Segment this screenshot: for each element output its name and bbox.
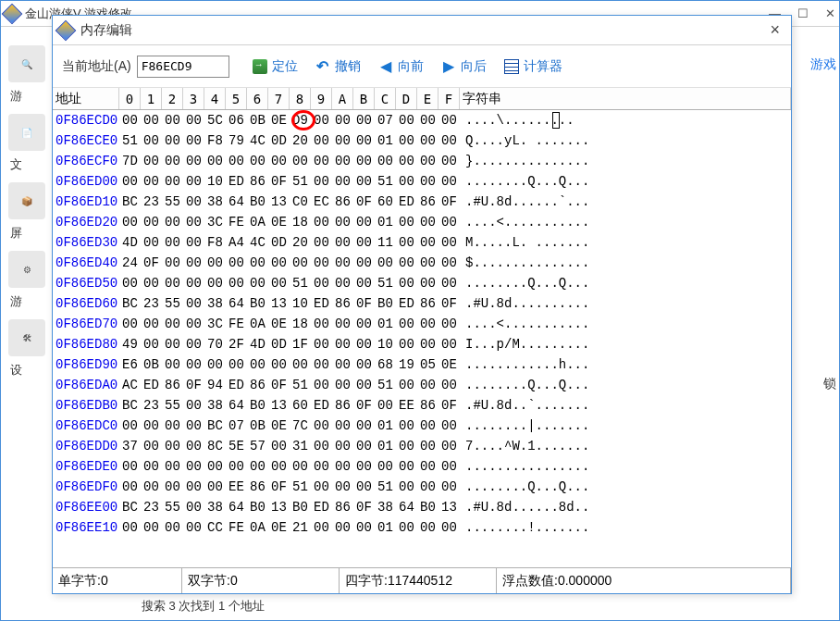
row-ascii[interactable]: ........!....... <box>460 517 791 538</box>
hex-byte[interactable]: 11 <box>375 232 396 253</box>
sidebar-item-4[interactable]: ⚙ <box>8 251 45 288</box>
hex-byte[interactable]: 00 <box>311 232 332 253</box>
hex-byte[interactable]: 00 <box>311 375 332 395</box>
hex-byte[interactable]: 00 <box>417 375 439 395</box>
hex-byte[interactable]: 5E <box>226 436 247 456</box>
hex-row[interactable]: 0F86EE00BC2355003864B013B0ED860F3864B013… <box>53 497 791 517</box>
hex-byte[interactable]: 0F <box>141 253 162 273</box>
hex-byte[interactable]: 0A <box>247 314 268 334</box>
row-ascii[interactable]: .#U.8d......8d.. <box>460 497 791 517</box>
hex-byte[interactable]: 00 <box>332 375 353 395</box>
header-byte-8[interactable]: 8 <box>290 88 311 109</box>
hex-byte[interactable]: 00 <box>141 130 162 151</box>
hex-byte[interactable]: 51 <box>375 477 396 497</box>
hex-byte[interactable]: 18 <box>290 314 311 334</box>
hex-byte[interactable]: 0B <box>247 110 268 130</box>
header-ascii[interactable]: 字符串 <box>460 88 791 109</box>
hex-byte[interactable]: 00 <box>332 273 353 293</box>
hex-byte[interactable]: 00 <box>183 212 204 232</box>
hex-byte[interactable]: 00 <box>375 395 396 416</box>
hex-byte[interactable]: 00 <box>396 130 417 151</box>
hex-byte[interactable]: 38 <box>204 395 226 416</box>
hex-byte[interactable]: 00 <box>141 110 162 130</box>
hex-byte[interactable]: 00 <box>183 232 204 253</box>
hex-byte[interactable]: 00 <box>162 334 183 354</box>
hex-byte[interactable]: 86 <box>247 375 268 395</box>
hex-byte[interactable]: 0F <box>353 497 375 517</box>
header-byte-2[interactable]: 2 <box>162 88 183 109</box>
hex-byte[interactable]: 51 <box>290 375 311 395</box>
hex-byte[interactable]: 00 <box>417 232 439 253</box>
hex-byte[interactable]: 00 <box>332 130 353 151</box>
hex-byte[interactable]: 00 <box>332 354 353 375</box>
hex-byte[interactable]: B0 <box>417 497 439 517</box>
row-ascii[interactable]: I...p/M......... <box>460 334 791 354</box>
hex-byte[interactable]: 13 <box>268 497 290 517</box>
hex-byte[interactable]: 00 <box>226 151 247 171</box>
hex-byte[interactable]: 86 <box>417 395 439 416</box>
hex-byte[interactable]: 86 <box>162 375 183 395</box>
hex-byte[interactable]: C0 <box>290 192 311 212</box>
hex-byte[interactable]: 20 <box>290 130 311 151</box>
hex-byte[interactable]: 3C <box>204 314 226 334</box>
row-bytes[interactable]: 4D000000F8A44C0D2000000011000000 <box>119 232 460 253</box>
hex-byte[interactable]: B0 <box>247 395 268 416</box>
sidebar-item-3[interactable]: 📦 <box>8 182 45 219</box>
hex-byte[interactable]: ED <box>396 192 417 212</box>
hex-row[interactable]: 0F86ED60BC2355003864B01310ED860FB0ED860F… <box>53 293 791 314</box>
hex-byte[interactable]: 00 <box>439 151 460 171</box>
row-address[interactable]: 0F86ED60 <box>53 293 119 314</box>
hex-byte[interactable]: F8 <box>204 232 226 253</box>
hex-byte[interactable]: 00 <box>353 314 375 334</box>
hex-byte[interactable]: 51 <box>119 130 141 151</box>
hex-byte[interactable]: 86 <box>332 192 353 212</box>
hex-byte[interactable]: 00 <box>417 171 439 192</box>
hex-byte[interactable]: 00 <box>439 436 460 456</box>
hex-byte[interactable]: 00 <box>417 436 439 456</box>
hex-byte[interactable]: 51 <box>375 375 396 395</box>
hex-byte[interactable]: 00 <box>268 273 290 293</box>
hex-byte[interactable]: 00 <box>162 232 183 253</box>
hex-byte[interactable]: 4C <box>247 130 268 151</box>
hex-byte[interactable]: 00 <box>141 517 162 538</box>
hex-byte[interactable]: ED <box>311 293 332 314</box>
hex-byte[interactable]: 00 <box>439 517 460 538</box>
hex-byte[interactable]: 86 <box>247 477 268 497</box>
hex-byte[interactable]: 0E <box>268 314 290 334</box>
row-address[interactable]: 0F86ED10 <box>53 192 119 212</box>
hex-byte[interactable]: 00 <box>396 273 417 293</box>
row-address[interactable]: 0F86ED40 <box>53 253 119 273</box>
hex-byte[interactable]: 1F <box>290 334 311 354</box>
row-bytes[interactable]: 00000000000000005100000051000000 <box>119 273 460 293</box>
row-address[interactable]: 0F86EDC0 <box>53 416 119 436</box>
hex-byte[interactable]: 00 <box>396 171 417 192</box>
row-bytes[interactable]: 000000005C060B0ED900000007000000 <box>119 110 460 130</box>
hex-byte[interactable]: 0A <box>247 517 268 538</box>
hex-byte[interactable]: 4C <box>247 232 268 253</box>
row-bytes[interactable]: 00000000CCFE0A0E2100000001000000 <box>119 517 460 538</box>
hex-byte[interactable]: 00 <box>162 171 183 192</box>
hex-byte[interactable]: 51 <box>290 171 311 192</box>
hex-byte[interactable]: 00 <box>332 456 353 477</box>
hex-byte[interactable]: 00 <box>439 171 460 192</box>
hex-byte[interactable]: 00 <box>226 253 247 273</box>
row-address[interactable]: 0F86ED70 <box>53 314 119 334</box>
hex-byte[interactable]: 13 <box>439 497 460 517</box>
hex-byte[interactable]: 00 <box>141 273 162 293</box>
hex-row[interactable]: 0F86ED8049000000702F4D0D1F00000010000000… <box>53 334 791 354</box>
hex-byte[interactable]: AC <box>119 375 141 395</box>
row-address[interactable]: 0F86EE10 <box>53 517 119 538</box>
hex-byte[interactable]: 00 <box>417 517 439 538</box>
hex-byte[interactable]: 00 <box>311 253 332 273</box>
hex-byte[interactable]: 00 <box>311 110 332 130</box>
hex-byte[interactable]: 00 <box>162 354 183 375</box>
hex-byte[interactable]: 00 <box>353 354 375 375</box>
row-address[interactable]: 0F86EDD0 <box>53 436 119 456</box>
hex-byte[interactable]: 00 <box>183 497 204 517</box>
row-ascii[interactable]: ....<........... <box>460 314 791 334</box>
hex-row[interactable]: 0F86ED5000000000000000005100000051000000… <box>53 273 791 293</box>
hex-byte[interactable]: 00 <box>439 110 460 130</box>
hex-byte[interactable]: 00 <box>311 334 332 354</box>
hex-byte[interactable]: 00 <box>311 130 332 151</box>
hex-byte[interactable]: 00 <box>183 130 204 151</box>
